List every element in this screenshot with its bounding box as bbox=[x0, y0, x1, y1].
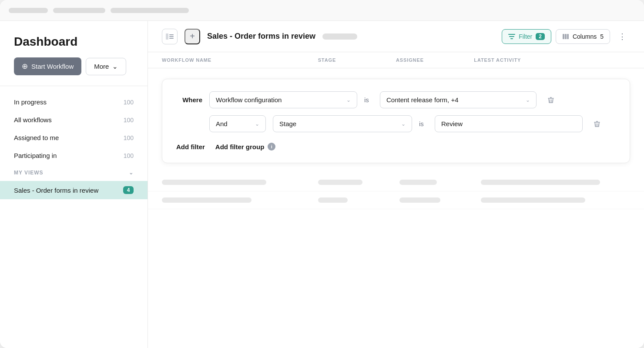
view-title: Sales - Order forms in review bbox=[207, 32, 315, 41]
chevron-down-icon: ⌄ bbox=[255, 121, 259, 127]
sidebar-item-in-progress[interactable]: In progress 100 bbox=[0, 93, 148, 111]
info-icon: i bbox=[268, 143, 275, 151]
columns-button[interactable]: Columns 5 bbox=[556, 29, 610, 44]
stage-field-select[interactable]: Stage ⌄ bbox=[273, 115, 412, 132]
start-workflow-button[interactable]: ⊕ Start Workflow bbox=[14, 57, 81, 75]
chevron-down-icon: ⌄ bbox=[112, 63, 118, 70]
columns-icon bbox=[562, 33, 569, 40]
svg-rect-3 bbox=[169, 38, 174, 39]
title-bar-pill-3 bbox=[111, 8, 189, 13]
content-header-left: + Sales - Order forms in review bbox=[162, 29, 357, 44]
my-views-label: MY VIEWS bbox=[14, 170, 43, 176]
content-header: + Sales - Order forms in review Filter 2 bbox=[148, 21, 644, 52]
sidebar-toggle-button[interactable] bbox=[162, 29, 178, 44]
plus-circle-icon: ⊕ bbox=[22, 62, 28, 71]
add-button[interactable]: + bbox=[184, 29, 200, 44]
filter-actions: Add filter Add filter group i bbox=[176, 143, 616, 151]
svg-rect-1 bbox=[169, 34, 174, 35]
where-label: Where bbox=[176, 96, 202, 104]
stage-field-value: Stage bbox=[279, 120, 296, 127]
content-area: + Sales - Order forms in review Filter 2 bbox=[148, 21, 644, 348]
filter-button[interactable]: Filter 2 bbox=[502, 29, 551, 44]
skeleton-cell bbox=[399, 180, 437, 185]
active-view-badge: 4 bbox=[123, 186, 134, 194]
skeleton-cell bbox=[399, 197, 440, 203]
sidebar-item-participating-in[interactable]: Participating in 100 bbox=[0, 147, 148, 164]
svg-rect-4 bbox=[563, 34, 564, 39]
sidebar-item-all-workflows[interactable]: All workflows 100 bbox=[0, 111, 148, 129]
workflow-value-select[interactable]: Content release form, +4 ⌄ bbox=[380, 91, 537, 108]
filter-icon bbox=[508, 33, 515, 40]
header-actions: ⊕ Start Workflow More ⌄ bbox=[14, 57, 134, 75]
start-workflow-label: Start Workflow bbox=[31, 63, 74, 70]
skeleton-cell bbox=[318, 197, 348, 203]
ellipsis-button[interactable]: ⋮ bbox=[614, 29, 630, 44]
sidebar-item-label: Participating in bbox=[14, 152, 57, 159]
sidebar-toggle-icon bbox=[166, 33, 174, 40]
stage-value-text: Review bbox=[441, 120, 463, 127]
title-bar bbox=[0, 0, 644, 21]
chevron-down-icon: ⌄ bbox=[401, 121, 406, 127]
sidebar-item-count: 100 bbox=[124, 134, 134, 141]
workflow-field-value: Workflow configuration bbox=[216, 96, 282, 104]
chevron-down-icon: ⌄ bbox=[346, 97, 351, 103]
columns-label: Columns bbox=[573, 33, 597, 40]
col-assignee: ASSIGNEE bbox=[396, 57, 474, 63]
sidebar-item-count: 100 bbox=[124, 152, 134, 159]
title-bar-pill-1 bbox=[9, 8, 48, 13]
skeleton-cell bbox=[162, 197, 252, 203]
svg-rect-0 bbox=[166, 33, 168, 40]
filter-count-badge: 2 bbox=[536, 33, 545, 40]
active-view-label: Sales - Order forms in review bbox=[14, 187, 98, 194]
columns-count: 5 bbox=[600, 33, 604, 40]
skeleton-cell bbox=[481, 197, 585, 203]
sidebar-item-count: 100 bbox=[124, 117, 134, 124]
main-layout: Dashboard ⊕ Start Workflow More ⌄ In pro… bbox=[0, 21, 644, 348]
sidebar-item-sales-order[interactable]: Sales - Order forms in review 4 bbox=[0, 181, 148, 199]
col-stage: STAGE bbox=[318, 57, 396, 63]
ellipsis-icon: ⋮ bbox=[618, 32, 626, 41]
sidebar-nav: In progress 100 All workflows 100 Assign… bbox=[0, 90, 148, 348]
sidebar-item-assigned-to-me[interactable]: Assigned to me 100 bbox=[0, 129, 148, 147]
table-header: WORKFLOW NAME STAGE ASSIGNEE LATEST ACTI… bbox=[148, 52, 644, 68]
page-title: Dashboard bbox=[14, 35, 134, 49]
svg-rect-2 bbox=[169, 36, 174, 37]
view-title-pill bbox=[322, 33, 357, 40]
svg-rect-5 bbox=[565, 34, 567, 39]
col-latest-activity: LATEST ACTIVITY bbox=[474, 57, 630, 63]
trash-icon bbox=[593, 120, 601, 128]
add-filter-button[interactable]: Add filter bbox=[176, 143, 205, 151]
delete-row-2-button[interactable] bbox=[590, 118, 604, 130]
delete-row-1-button[interactable] bbox=[543, 94, 558, 106]
chevron-down-icon: ⌄ bbox=[526, 97, 530, 103]
skeleton-row-2 bbox=[148, 191, 644, 209]
active-label: Sales - Order forms in review 4 bbox=[14, 186, 134, 194]
more-button[interactable]: More ⌄ bbox=[86, 58, 126, 75]
plus-icon: + bbox=[190, 31, 195, 41]
skeleton-cell bbox=[318, 180, 363, 185]
connector-select[interactable]: And ⌄ bbox=[209, 115, 266, 132]
sidebar-divider bbox=[0, 86, 148, 86]
sidebar: Dashboard ⊕ Start Workflow More ⌄ In pro… bbox=[0, 21, 148, 348]
is-label-2: is bbox=[419, 120, 428, 127]
app-window: Dashboard ⊕ Start Workflow More ⌄ In pro… bbox=[0, 0, 644, 348]
add-filter-group-button[interactable]: Add filter group i bbox=[215, 143, 276, 151]
skeleton-cell bbox=[481, 180, 600, 185]
chevron-down-icon: ⌄ bbox=[129, 170, 134, 176]
skeleton-cell bbox=[162, 180, 266, 185]
sidebar-item-label: In progress bbox=[14, 98, 47, 106]
sidebar-header: Dashboard ⊕ Start Workflow More ⌄ bbox=[0, 21, 148, 86]
connector-value: And bbox=[216, 120, 228, 127]
is-label-1: is bbox=[364, 96, 373, 104]
sidebar-item-label: All workflows bbox=[14, 116, 52, 124]
filter-panel: Where Workflow configuration ⌄ is Conten… bbox=[162, 79, 630, 163]
title-bar-pill-2 bbox=[53, 8, 105, 13]
workflow-field-select[interactable]: Workflow configuration ⌄ bbox=[209, 91, 357, 108]
workflow-value-text: Content release form, +4 bbox=[386, 96, 459, 104]
my-views-section-header[interactable]: MY VIEWS ⌄ bbox=[0, 164, 148, 181]
svg-rect-6 bbox=[567, 34, 569, 39]
stage-value-input[interactable]: Review bbox=[435, 115, 583, 132]
filter-row-1: Where Workflow configuration ⌄ is Conten… bbox=[176, 91, 616, 108]
col-workflow-name: WORKFLOW NAME bbox=[162, 57, 318, 63]
more-label: More bbox=[94, 63, 109, 70]
